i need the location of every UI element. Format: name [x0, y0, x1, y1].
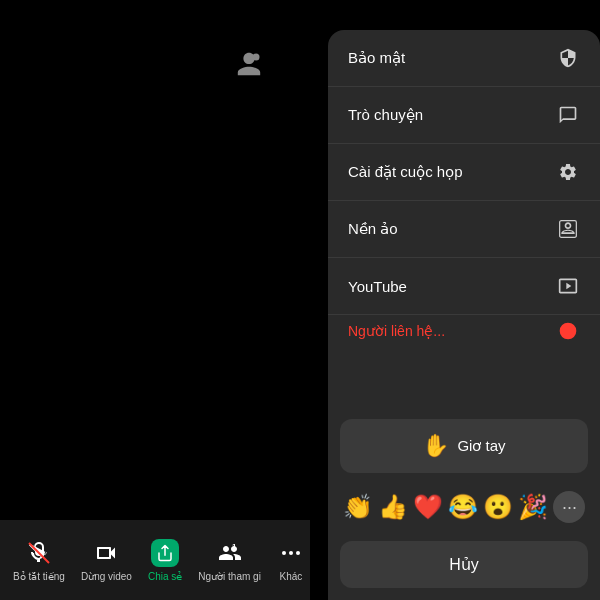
- video-label: Dừng video: [81, 571, 132, 582]
- toolbar-video[interactable]: Dừng video: [73, 533, 140, 588]
- partial-icon: [556, 319, 580, 343]
- emoji-wow[interactable]: 😮: [483, 493, 513, 521]
- menu-item-security[interactable]: Bảo mật: [328, 30, 600, 87]
- raise-hand-label: Giơ tay: [457, 437, 505, 455]
- emoji-more-button[interactable]: ···: [553, 491, 585, 523]
- emoji-clap[interactable]: 👏: [343, 493, 373, 521]
- menu-item-background[interactable]: Nền ảo: [328, 201, 600, 258]
- menu-item-chat[interactable]: Trò chuyện: [328, 87, 600, 144]
- raise-hand-button[interactable]: ✋ Giơ tay: [340, 419, 588, 473]
- play-icon: [556, 274, 580, 298]
- settings-label: Cài đặt cuộc họp: [348, 163, 463, 181]
- toolbar-mute[interactable]: Bỏ tắt tiếng: [5, 533, 73, 588]
- svg-point-4: [282, 551, 286, 555]
- emoji-row: 👏 👍 ❤️ 😂 😮 🎉 ···: [328, 481, 600, 533]
- svg-text:1: 1: [232, 542, 237, 551]
- svg-point-5: [289, 551, 293, 555]
- toolbar-more[interactable]: Khác: [269, 533, 313, 588]
- share-label: Chia sẻ: [148, 571, 182, 582]
- youtube-label: YouTube: [348, 278, 407, 295]
- toolbar: Bỏ tắt tiếng Dừng video Chia sẻ 1 Người …: [0, 520, 310, 600]
- mute-label: Bỏ tắt tiếng: [13, 571, 65, 582]
- mic-off-icon: [25, 539, 53, 567]
- cancel-button[interactable]: Hủy: [340, 541, 588, 588]
- cancel-label: Hủy: [449, 555, 479, 574]
- menu-item-settings[interactable]: Cài đặt cuộc họp: [328, 144, 600, 201]
- emoji-thumbsup[interactable]: 👍: [378, 493, 408, 521]
- chat-label: Trò chuyện: [348, 106, 423, 124]
- emoji-laugh[interactable]: 😂: [448, 493, 478, 521]
- menu-items-list: Bảo mật Trò chuyện Cài đặt cuộc họp: [328, 30, 600, 411]
- security-label: Bảo mật: [348, 49, 405, 67]
- participants-icon: 1: [216, 539, 244, 567]
- partial-label: Người liên hệ...: [348, 323, 445, 339]
- menu-item-youtube[interactable]: YouTube: [328, 258, 600, 315]
- more-label: Khác: [279, 571, 302, 582]
- video-icon: [92, 539, 120, 567]
- menu-panel: Bảo mật Trò chuyện Cài đặt cuộc họp: [328, 30, 600, 600]
- svg-point-8: [560, 323, 577, 340]
- chat-icon: [556, 103, 580, 127]
- emoji-party[interactable]: 🎉: [518, 493, 548, 521]
- shield-icon: [556, 46, 580, 70]
- more-icon: [277, 539, 305, 567]
- toolbar-participants[interactable]: 1 Người tham gi: [190, 533, 269, 588]
- svg-point-6: [296, 551, 300, 555]
- raise-hand-emoji: ✋: [422, 433, 449, 459]
- emoji-heart[interactable]: ❤️: [413, 493, 443, 521]
- portrait-icon: [556, 217, 580, 241]
- menu-item-partial[interactable]: Người liên hệ...: [328, 315, 600, 347]
- participants-label: Người tham gi: [198, 571, 261, 582]
- participant-icon-1: [235, 50, 263, 78]
- gear-icon: [556, 160, 580, 184]
- toolbar-share[interactable]: Chia sẻ: [140, 533, 190, 588]
- share-icon: [151, 539, 179, 567]
- background-label: Nền ảo: [348, 220, 398, 238]
